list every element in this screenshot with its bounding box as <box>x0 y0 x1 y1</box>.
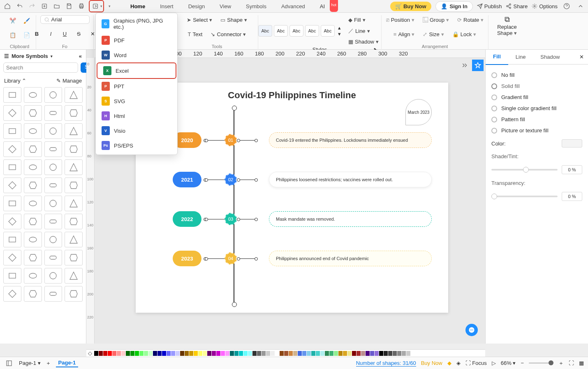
copy-icon[interactable]: 📄 <box>21 30 32 40</box>
shape-stencil[interactable] <box>3 159 21 175</box>
timeline-node[interactable]: 02 <box>225 173 237 186</box>
color-swatch[interactable] <box>406 351 410 356</box>
color-swatch[interactable] <box>257 351 261 356</box>
timeline-description[interactable]: Covid-19 entered the Philippines. Lockdo… <box>269 132 432 148</box>
transparency-value[interactable]: 0 % <box>562 192 582 201</box>
tab-symbols[interactable]: Symbols <box>238 0 274 13</box>
color-swatch[interactable] <box>108 351 112 356</box>
color-swatch[interactable] <box>293 351 297 356</box>
fill-option-picture[interactable]: Picture or texture fill <box>491 125 582 136</box>
color-swatch[interactable] <box>180 351 184 356</box>
shape-stencil[interactable] <box>44 268 63 284</box>
timeline-description[interactable]: Philippines loosened restrictions; vacci… <box>269 172 432 187</box>
shade-slider[interactable] <box>491 169 558 171</box>
shape-stencil[interactable] <box>24 196 42 211</box>
zoom-slider[interactable] <box>529 362 553 364</box>
color-swatch[interactable] <box>275 351 279 356</box>
focus-button[interactable]: ⛶ Focus <box>465 360 487 366</box>
export-ppt[interactable]: PPPT <box>96 79 177 94</box>
year-pill[interactable]: 2021 <box>173 172 201 187</box>
color-swatch[interactable] <box>99 351 103 356</box>
color-swatch[interactable] <box>280 351 284 356</box>
color-swatch[interactable] <box>357 351 361 356</box>
diamond-icon[interactable]: ◆ <box>447 360 451 366</box>
chat-fab-icon[interactable] <box>465 324 478 336</box>
shape-stencil[interactable] <box>3 268 21 284</box>
fill-option-gradient[interactable]: Gradient fill <box>491 92 582 103</box>
transparency-slider[interactable] <box>491 196 558 197</box>
undo-icon[interactable] <box>15 1 25 11</box>
lock-dropdown[interactable]: 🔒 Lock ▾ <box>450 30 479 39</box>
help-icon[interactable] <box>562 1 572 11</box>
style-preset-5[interactable]: Abc <box>321 25 335 37</box>
color-swatch[interactable] <box>207 351 211 356</box>
rotate-dropdown[interactable]: ⟳ Rotate ▾ <box>455 15 486 25</box>
shape-stencil[interactable] <box>44 196 63 211</box>
shape-stencil[interactable] <box>3 141 21 157</box>
shape-stencil[interactable] <box>24 214 42 229</box>
color-swatch[interactable] <box>329 351 333 356</box>
open-icon[interactable] <box>52 1 62 11</box>
size-dropdown[interactable]: ⤢ Size ▾ <box>420 30 446 39</box>
color-swatch[interactable] <box>384 351 388 356</box>
color-swatch[interactable] <box>338 351 343 356</box>
style-preset-4[interactable]: Abc <box>305 25 319 37</box>
timeline-description[interactable]: Mask mandate was removed. <box>269 211 432 227</box>
export-ps-eps[interactable]: PsPS/EPS <box>96 138 177 153</box>
color-swatch[interactable] <box>112 351 116 356</box>
shape-stencil[interactable] <box>44 214 63 229</box>
shape-tool[interactable]: ▭ Shape ▾ <box>218 15 250 25</box>
collapse-ribbon-icon[interactable] <box>576 1 586 11</box>
shape-stencil[interactable] <box>65 141 83 157</box>
export-svg[interactable]: SSVG <box>96 94 177 108</box>
color-swatch[interactable] <box>284 351 288 356</box>
tab-insert[interactable]: Insert <box>153 0 181 13</box>
shape-stencil[interactable] <box>24 268 42 284</box>
color-swatch[interactable] <box>194 351 198 356</box>
timeline-row-2021[interactable]: 202102Philippines loosened restrictions;… <box>136 167 448 192</box>
color-swatch[interactable] <box>117 351 121 356</box>
color-swatch[interactable] <box>271 351 275 356</box>
styles-down-icon[interactable]: ▾ <box>338 31 341 37</box>
tab-design[interactable]: Design <box>181 0 212 13</box>
color-swatch[interactable] <box>130 351 134 356</box>
library-label[interactable]: Library ⌃ <box>4 78 26 84</box>
color-swatch[interactable] <box>343 351 347 356</box>
color-swatch[interactable] <box>397 351 401 356</box>
underline-button[interactable]: U <box>60 29 70 39</box>
shape-stencil[interactable] <box>3 87 21 103</box>
home-icon[interactable] <box>2 1 12 11</box>
align-dropdown[interactable]: ≡ Align ▾ <box>391 30 417 39</box>
color-swatch[interactable] <box>185 351 189 356</box>
color-swatch[interactable] <box>203 351 207 356</box>
color-swatch[interactable] <box>311 351 315 356</box>
color-swatch[interactable] <box>126 351 130 356</box>
color-swatch[interactable] <box>307 351 311 356</box>
shape-stencil[interactable] <box>3 214 21 229</box>
position-dropdown[interactable]: ⎚ Position ▾ <box>384 15 417 25</box>
color-swatch[interactable] <box>411 351 415 356</box>
shape-stencil[interactable] <box>65 105 83 121</box>
shape-stencil[interactable] <box>44 123 63 139</box>
options-button[interactable]: Options <box>532 3 558 9</box>
color-swatch[interactable] <box>361 351 365 356</box>
color-swatch[interactable] <box>325 351 329 356</box>
manage-link[interactable]: ✎ Manage <box>56 78 82 84</box>
eyedropper-icon[interactable]: ◇ <box>88 350 92 356</box>
color-swatch[interactable] <box>167 351 171 356</box>
export-pdf[interactable]: PPDF <box>96 33 177 48</box>
shape-stencil[interactable] <box>65 232 83 247</box>
more-symbols-header[interactable]: ☰ More Symbols▾ « <box>0 50 86 62</box>
color-swatch[interactable] <box>370 351 374 356</box>
zoom-in-icon[interactable]: ＋ <box>558 360 564 367</box>
timeline-row-2020[interactable]: 202001Covid-19 entered the Philippines. … <box>136 128 448 152</box>
color-swatch[interactable] <box>221 351 225 356</box>
style-preset-3[interactable]: Abc <box>289 25 303 37</box>
expand-right-icon[interactable] <box>460 60 470 70</box>
year-pill[interactable]: 2022 <box>173 211 201 227</box>
symbol-search-input[interactable] <box>3 62 78 73</box>
format-tab-line[interactable]: Line <box>508 50 533 65</box>
timeline-row-2022[interactable]: 202203Mask mandate was removed. <box>136 207 448 231</box>
export-icon[interactable] <box>90 1 100 11</box>
shade-value[interactable]: 0 % <box>562 165 582 174</box>
